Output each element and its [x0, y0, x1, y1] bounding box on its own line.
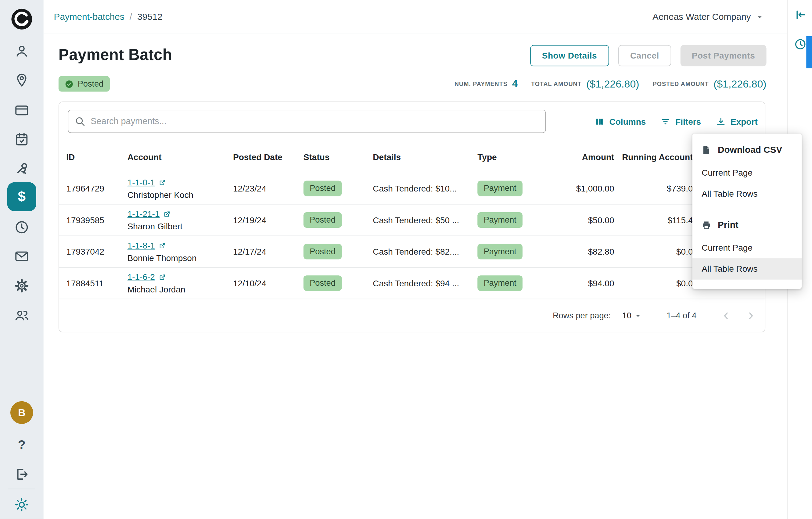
menu-divider-gap: [692, 205, 802, 213]
cell-account: 1-1-6-2 Michael Jordan: [127, 272, 233, 294]
export-menu-csv-all-rows[interactable]: All Table Rows: [692, 183, 802, 205]
stat-label: POSTED AMOUNT: [653, 81, 709, 87]
type-badge: Payment: [477, 244, 523, 260]
stat-posted-amount: POSTED AMOUNT ($1,226.80): [653, 78, 766, 90]
breadcrumb-parent-link[interactable]: Payment-batches: [54, 11, 124, 22]
export-label: Export: [730, 117, 758, 126]
export-download-icon: [716, 117, 726, 127]
sidebar-item-locations[interactable]: [14, 72, 30, 88]
table-row[interactable]: 17964729 1-1-0-1 Christopher Koch 12/23/…: [59, 173, 765, 205]
theme-toggle-icon[interactable]: [14, 497, 30, 513]
header-actions: Show Details Cancel Post Payments: [530, 45, 766, 66]
status-badge: Posted: [303, 244, 342, 260]
user-avatar[interactable]: B: [10, 401, 33, 424]
sidebar-item-payments-active[interactable]: $: [7, 182, 36, 211]
export-menu-print[interactable]: Print: [692, 213, 802, 237]
filters-label: Filters: [675, 117, 701, 126]
sidebar-divider: [8, 489, 35, 489]
search-input[interactable]: [91, 116, 539, 126]
history-clock-icon[interactable]: [794, 38, 807, 51]
table-pagination: Rows per page: 10 1–4 of 4: [59, 300, 765, 332]
page-title: Payment Batch: [59, 46, 172, 64]
previous-page-button[interactable]: [718, 308, 734, 324]
table-row[interactable]: 17939585 1-1-21-1 Sharon Gilbert 12/19/2…: [59, 205, 765, 236]
help-button[interactable]: ?: [18, 437, 26, 452]
status-badge: Posted: [303, 181, 342, 196]
stat-value: ($1,226.80): [586, 78, 639, 90]
company-selector[interactable]: Aeneas Water Company: [652, 11, 764, 22]
cell-amount: $50.00: [539, 215, 614, 225]
col-header-type: Type: [477, 152, 539, 162]
post-payments-button[interactable]: Post Payments: [680, 45, 766, 66]
help-label: ?: [18, 437, 26, 452]
avatar-initial: B: [18, 407, 26, 419]
sidebar-item-schedule[interactable]: [14, 131, 30, 147]
export-menu-print-current-page[interactable]: Current Page: [692, 237, 802, 258]
sidebar-item-billing[interactable]: [14, 102, 30, 118]
account-link[interactable]: 1-1-6-2: [127, 272, 167, 282]
account-name: Bonnie Thompson: [127, 253, 233, 263]
export-button[interactable]: Export: [716, 117, 758, 127]
columns-icon: [594, 117, 605, 127]
file-icon: [701, 145, 712, 155]
rows-per-page-label: Rows per page:: [553, 311, 611, 320]
rows-per-page-value: 10: [622, 311, 631, 320]
cell-type: Payment: [477, 212, 539, 228]
sidebar-item-mail[interactable]: [14, 248, 30, 264]
check-circle-icon: [65, 80, 74, 88]
sidebar-item-users[interactable]: [14, 307, 30, 323]
cell-running-balance: $0.0: [614, 278, 693, 288]
account-number: 1-1-0-1: [127, 177, 155, 187]
account-link[interactable]: 1-1-8-1: [127, 241, 167, 250]
cell-details: Cash Tendered: $50 ...: [373, 215, 477, 225]
status-badge: Posted: [303, 212, 342, 228]
cell-status: Posted: [303, 244, 373, 260]
rows-per-page-select[interactable]: 10: [622, 311, 643, 320]
export-menu-download-csv[interactable]: Download CSV: [692, 138, 802, 162]
pagination-range: 1–4 of 4: [667, 311, 696, 320]
table-row[interactable]: 17884511 1-1-6-2 Michael Jordan 12/10/24…: [59, 268, 765, 300]
filters-button[interactable]: Filters: [660, 117, 701, 127]
chevron-right-icon: [745, 310, 756, 322]
show-details-button[interactable]: Show Details: [530, 45, 609, 66]
col-header-status: Status: [303, 152, 373, 162]
external-link-icon: [163, 210, 171, 217]
col-header-running-account: Running Account: [614, 152, 693, 162]
collapse-panel-icon[interactable]: [794, 8, 807, 21]
cell-id: 17939585: [66, 215, 127, 225]
batch-status-label: Posted: [78, 79, 104, 89]
table-row[interactable]: 17937042 1-1-8-1 Bonnie Thompson 12/17/2…: [59, 236, 765, 268]
cell-amount: $94.00: [539, 278, 614, 288]
columns-label: Columns: [609, 117, 646, 126]
payments-table-card: Columns Filters Export ID Account Posted…: [59, 101, 765, 332]
col-header-account: Account: [127, 152, 233, 162]
sidebar-item-settings[interactable]: [14, 278, 30, 294]
cell-type: Payment: [477, 244, 539, 260]
export-menu-print-all-rows[interactable]: All Table Rows: [692, 258, 802, 280]
account-link[interactable]: 1-1-0-1: [127, 177, 167, 187]
table-toolbar: Columns Filters Export: [594, 111, 757, 132]
next-page-button[interactable]: [743, 308, 759, 324]
export-menu-csv-current-page[interactable]: Current Page: [692, 162, 802, 183]
cell-amount: $82.80: [539, 247, 614, 256]
sidebar-item-tools[interactable]: [14, 160, 30, 176]
logout-icon[interactable]: [14, 466, 30, 482]
account-name: Christopher Koch: [127, 190, 233, 200]
status-stats-row: Posted NUM. PAYMENTS 4 TOTAL AMOUNT ($1,…: [59, 75, 766, 92]
search-box: [68, 110, 546, 133]
export-menu: Download CSV Current Page All Table Rows…: [692, 133, 802, 289]
cell-amount: $1,000.00: [539, 184, 614, 193]
account-number: 1-1-6-2: [127, 272, 155, 282]
external-link-icon: [158, 178, 166, 186]
col-header-amount: Amount: [539, 152, 614, 162]
account-number: 1-1-8-1: [127, 241, 155, 250]
account-link[interactable]: 1-1-21-1: [127, 209, 171, 219]
stat-label: NUM. PAYMENTS: [455, 81, 508, 87]
sidebar-item-customers[interactable]: [14, 43, 30, 59]
type-badge: Payment: [477, 212, 523, 228]
main-content: Payment Batch Show Details Cancel Post P…: [44, 34, 787, 519]
columns-button[interactable]: Columns: [594, 117, 646, 127]
sidebar-item-history[interactable]: [14, 219, 30, 235]
cancel-button[interactable]: Cancel: [618, 45, 671, 66]
cell-status: Posted: [303, 181, 373, 196]
